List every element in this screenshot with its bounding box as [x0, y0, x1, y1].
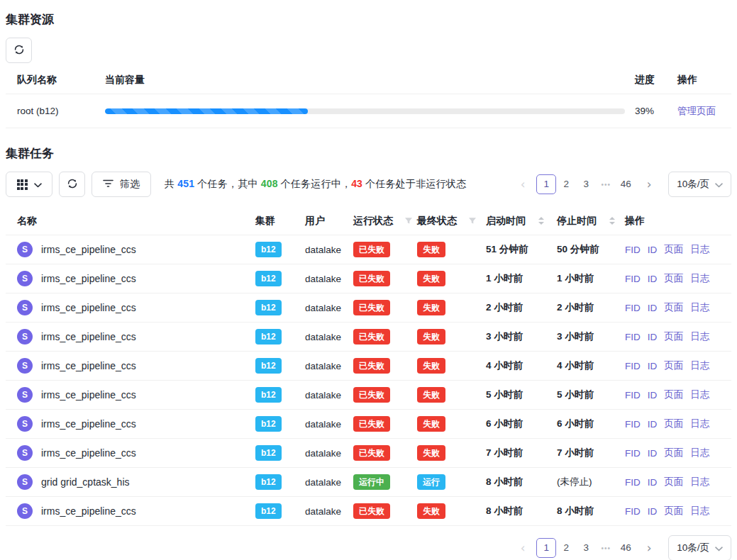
run-status-badge: 已失败: [353, 416, 390, 431]
page-size-select[interactable]: 10条/页: [668, 535, 731, 560]
page-size-value: 10条/页: [677, 178, 709, 191]
stop-time-sorter-icon[interactable]: [609, 217, 615, 225]
task-name: irms_ce_pipeline_ccs: [41, 244, 136, 255]
log-link[interactable]: 日志: [690, 272, 709, 285]
filter-button[interactable]: 筛选: [92, 172, 151, 197]
start-time: 2 小时前: [486, 301, 523, 314]
page-link[interactable]: 页面: [664, 272, 683, 285]
col-name: 名称: [6, 215, 255, 228]
run-status-badge: 已失败: [353, 242, 390, 257]
log-link[interactable]: 日志: [690, 359, 709, 372]
id-link[interactable]: ID: [648, 419, 658, 430]
col-action: 操作: [625, 215, 731, 228]
user-name: datalake: [305, 506, 353, 517]
page-button-1[interactable]: 1: [536, 174, 556, 194]
avatar: S: [17, 329, 33, 345]
log-link[interactable]: 日志: [690, 330, 709, 343]
page-link[interactable]: 页面: [664, 476, 683, 488]
layout-dropdown-button[interactable]: [6, 172, 52, 197]
page-button-46[interactable]: 46: [616, 538, 636, 558]
cluster-badge: b12: [255, 503, 282, 518]
page-size-select[interactable]: 10条/页: [668, 172, 731, 197]
cluster-badge: b12: [255, 387, 282, 402]
page-button-2[interactable]: 2: [556, 538, 576, 558]
id-link[interactable]: ID: [648, 332, 658, 342]
id-link[interactable]: ID: [648, 448, 658, 459]
page-button-46[interactable]: 46: [616, 174, 636, 194]
log-link[interactable]: 日志: [690, 301, 709, 314]
page-link[interactable]: 页面: [664, 447, 683, 459]
start-time: 8 小时前: [486, 505, 523, 517]
log-link[interactable]: 日志: [690, 447, 709, 459]
fid-link[interactable]: FID: [625, 448, 641, 459]
page-link[interactable]: 页面: [664, 359, 683, 372]
run-status-filter-icon[interactable]: [404, 217, 413, 225]
start-time-sorter-icon[interactable]: [538, 217, 544, 225]
cluster-badge: b12: [255, 329, 282, 344]
page-link[interactable]: 页面: [664, 388, 683, 401]
fid-link[interactable]: FID: [625, 390, 641, 401]
page-button-3[interactable]: 3: [576, 174, 596, 194]
col-user: 用户: [305, 215, 353, 228]
table-row: S irms_ce_pipeline_ccs b12 datalake 已失败 …: [6, 410, 731, 439]
id-link[interactable]: ID: [648, 477, 658, 488]
run-status-badge: 运行中: [353, 474, 390, 489]
page-link[interactable]: 页面: [664, 330, 683, 343]
col-queue-name: 队列名称: [6, 74, 105, 86]
log-link[interactable]: 日志: [690, 388, 709, 401]
id-link[interactable]: ID: [648, 274, 658, 284]
prev-page-button[interactable]: ‹: [514, 539, 532, 557]
task-name: irms_ce_pipeline_ccs: [41, 331, 136, 342]
fid-link[interactable]: FID: [625, 419, 641, 430]
fid-link[interactable]: FID: [625, 303, 641, 313]
fid-link[interactable]: FID: [625, 274, 641, 284]
id-link[interactable]: ID: [648, 245, 658, 255]
page-link[interactable]: 页面: [664, 505, 683, 517]
fid-link[interactable]: FID: [625, 332, 641, 342]
log-link[interactable]: 日志: [690, 243, 709, 256]
id-link[interactable]: ID: [648, 506, 658, 517]
cluster-badge: b12: [255, 416, 282, 431]
run-status-badge: 已失败: [353, 503, 390, 518]
page-button-3[interactable]: 3: [576, 538, 596, 558]
stop-time: 50 分钟前: [557, 243, 599, 256]
avatar: S: [17, 300, 33, 315]
start-time: 7 小时前: [486, 447, 523, 459]
fid-link[interactable]: FID: [625, 506, 641, 517]
cluster-badge: b12: [255, 474, 282, 489]
page-link[interactable]: 页面: [664, 301, 683, 314]
table-row: S irms_ce_pipeline_ccs b12 datalake 已失败 …: [6, 235, 731, 264]
page-link[interactable]: 页面: [664, 243, 683, 256]
fid-link[interactable]: FID: [625, 245, 641, 255]
final-status-badge: 失败: [417, 242, 445, 257]
final-status-filter-icon[interactable]: [468, 217, 477, 225]
stop-time: (未停止): [557, 476, 592, 488]
run-status-badge: 已失败: [353, 358, 390, 373]
task-name: irms_ce_pipeline_ccs: [41, 505, 136, 517]
tasks-table-header: 名称 集群 用户 运行状态 最终状态 启动时间 停止时间: [6, 207, 731, 235]
log-link[interactable]: 日志: [690, 505, 709, 517]
page-link[interactable]: 页面: [664, 418, 683, 430]
page-button-1[interactable]: 1: [536, 538, 556, 558]
start-time: 5 小时前: [486, 388, 523, 401]
user-name: datalake: [305, 245, 353, 255]
fid-link[interactable]: FID: [625, 361, 641, 371]
avatar: S: [17, 242, 33, 257]
pagination-ellipsis[interactable]: •••: [596, 539, 616, 559]
next-page-button[interactable]: ›: [640, 175, 658, 194]
id-link[interactable]: ID: [648, 303, 658, 313]
log-link[interactable]: 日志: [690, 418, 709, 430]
next-page-button[interactable]: ›: [640, 539, 658, 557]
tasks-refresh-button[interactable]: [59, 172, 85, 197]
id-link[interactable]: ID: [648, 361, 658, 371]
resources-refresh-button[interactable]: [6, 38, 32, 63]
pagination-ellipsis[interactable]: •••: [596, 175, 616, 195]
fid-link[interactable]: FID: [625, 477, 641, 488]
manage-page-link[interactable]: 管理页面: [677, 106, 716, 116]
id-link[interactable]: ID: [648, 390, 658, 401]
page-button-2[interactable]: 2: [556, 174, 576, 194]
chevron-down-icon: [34, 179, 42, 190]
stop-time: 6 小时前: [557, 418, 594, 430]
log-link[interactable]: 日志: [690, 476, 709, 488]
prev-page-button[interactable]: ‹: [514, 175, 532, 194]
